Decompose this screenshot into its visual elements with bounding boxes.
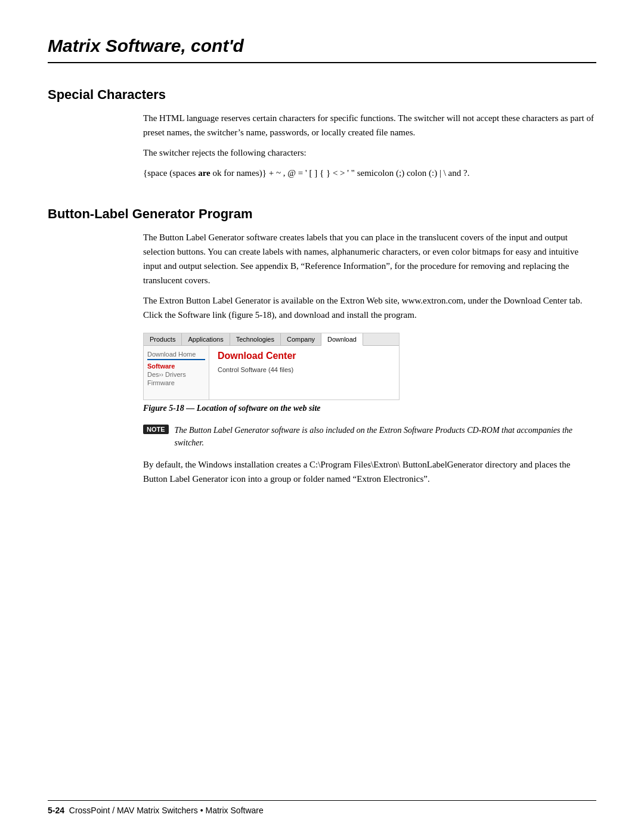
- footer-page-number: 5-24: [48, 806, 64, 815]
- sidebar-drivers[interactable]: Des›› Drivers: [147, 371, 205, 378]
- page-title: Matrix Software, cont'd: [48, 36, 596, 56]
- section-special-characters: Special Characters The HTML language res…: [48, 87, 596, 188]
- button-label-para1: The Button Label Generator software crea…: [143, 230, 596, 287]
- note-box: NOTE The Button Label Generator software…: [143, 424, 596, 449]
- note-label: NOTE: [143, 425, 169, 434]
- sidebar-firmware[interactable]: Firmware: [147, 379, 205, 386]
- button-label-para2: The Extron Button Label Generator is ava…: [143, 293, 596, 322]
- special-chars-para2: The switcher rejects the following chara…: [143, 145, 596, 160]
- nav-tab-applications[interactable]: Applications: [182, 333, 230, 345]
- site-sidebar: Download Home Software Des›› Drivers Fir…: [144, 346, 209, 400]
- button-label-para3: By default, the Windows installation cre…: [143, 457, 596, 486]
- button-label-para1-block: The Button Label Generator software crea…: [143, 230, 596, 322]
- page-header: Matrix Software, cont'd: [48, 36, 596, 63]
- website-screenshot: Products Applications Technologies Compa…: [143, 333, 400, 400]
- nav-tab-products[interactable]: Products: [144, 333, 182, 345]
- button-label-heading: Button-Label Generator Program: [48, 206, 596, 222]
- site-main-content: Download Center Control Software (44 fil…: [209, 346, 399, 400]
- nav-tab-technologies[interactable]: Technologies: [230, 333, 281, 345]
- special-chars-para1: The HTML language reserves certain chara…: [143, 111, 596, 140]
- section-button-label: Button-Label Generator Program The Butto…: [48, 206, 596, 494]
- footer-text: 5-24 CrossPoint / MAV Matrix Switchers •…: [48, 806, 264, 815]
- special-characters-heading: Special Characters: [48, 87, 596, 103]
- nav-tab-company[interactable]: Company: [281, 333, 321, 345]
- sidebar-software[interactable]: Software: [147, 363, 205, 370]
- figure-caption: Figure 5-18 — Location of software on th…: [143, 404, 596, 413]
- download-center-title: Download Center: [218, 351, 391, 361]
- sidebar-download-home[interactable]: Download Home: [147, 351, 205, 358]
- special-chars-para3: {space (spaces are ok for names)} + ~ , …: [143, 166, 596, 180]
- site-content: Download Home Software Des›› Drivers Fir…: [144, 346, 399, 400]
- file-line: Control Software (44 files): [218, 366, 391, 373]
- nav-tab-download[interactable]: Download: [321, 333, 363, 346]
- page-footer: 5-24 CrossPoint / MAV Matrix Switchers •…: [48, 800, 596, 815]
- special-characters-content: The HTML language reserves certain chara…: [143, 111, 596, 180]
- button-label-para3-block: By default, the Windows installation cre…: [143, 457, 596, 486]
- nav-bar: Products Applications Technologies Compa…: [144, 333, 399, 346]
- note-text: The Button Label Generator software is a…: [175, 424, 596, 449]
- footer-description: CrossPoint / MAV Matrix Switchers • Matr…: [69, 806, 264, 815]
- page-wrapper: Matrix Software, cont'd Special Characte…: [0, 0, 644, 833]
